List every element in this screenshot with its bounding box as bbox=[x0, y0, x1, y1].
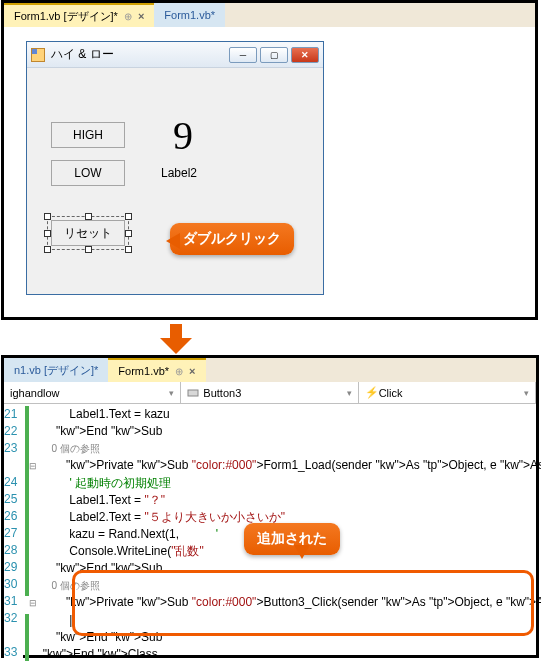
maximize-button[interactable]: ▢ bbox=[260, 47, 288, 63]
resize-handle[interactable] bbox=[85, 246, 92, 253]
tab-design[interactable]: n1.vb [デザイン]* bbox=[4, 358, 108, 382]
pin-icon: ⊕ bbox=[124, 11, 132, 22]
close-icon[interactable]: × bbox=[189, 365, 195, 377]
resize-handle[interactable] bbox=[125, 230, 132, 237]
chevron-down-icon: ▾ bbox=[347, 388, 352, 398]
tab-label: n1.vb [デザイン]* bbox=[14, 363, 98, 378]
app-icon bbox=[31, 48, 45, 62]
dropdown-bar: ighandlow▾ Button3▾ ⚡Click▾ bbox=[4, 382, 536, 404]
tab-code[interactable]: Form1.vb* bbox=[154, 3, 225, 27]
pin-icon: ⊕ bbox=[175, 366, 183, 377]
close-button[interactable]: ✕ bbox=[291, 47, 319, 63]
number-label: 9 bbox=[173, 112, 193, 159]
minimize-button[interactable]: ─ bbox=[229, 47, 257, 63]
tab-label: Form1.vb* bbox=[164, 9, 215, 21]
low-button[interactable]: LOW bbox=[51, 160, 125, 186]
scope-dropdown[interactable]: ighandlow▾ bbox=[4, 382, 181, 403]
line-numbers: 212223 242526272829303132 33343536 bbox=[4, 404, 23, 661]
winform-designer: ハイ & ロー ─ ▢ ✕ HIGH LOW 9 Label2 bbox=[26, 41, 324, 295]
window-title: ハイ & ロー bbox=[51, 46, 114, 63]
reset-button[interactable]: リセット bbox=[51, 220, 125, 246]
resize-handle[interactable] bbox=[44, 246, 51, 253]
tab-code[interactable]: Form1.vb* ⊕ × bbox=[108, 358, 205, 382]
tab-label: Form1.vb* bbox=[118, 365, 169, 377]
highlight-added bbox=[72, 570, 534, 636]
chevron-down-icon: ▾ bbox=[169, 388, 174, 398]
tab-bar: n1.vb [デザイン]* Form1.vb* ⊕ × bbox=[4, 358, 536, 382]
lightning-icon: ⚡ bbox=[365, 386, 379, 399]
arrow-down-icon bbox=[160, 324, 192, 354]
tab-design[interactable]: Form1.vb [デザイン]* ⊕ × bbox=[4, 3, 154, 27]
label2: Label2 bbox=[161, 166, 197, 180]
selection-box[interactable]: リセット bbox=[47, 216, 129, 250]
resize-handle[interactable] bbox=[44, 213, 51, 220]
resize-handle[interactable] bbox=[44, 230, 51, 237]
resize-handle[interactable] bbox=[85, 213, 92, 220]
tab-bar: Form1.vb [デザイン]* ⊕ × Form1.vb* bbox=[4, 3, 535, 27]
close-icon[interactable]: × bbox=[138, 10, 144, 22]
button-icon bbox=[187, 387, 199, 399]
high-button[interactable]: HIGH bbox=[51, 122, 125, 148]
resize-handle[interactable] bbox=[125, 213, 132, 220]
resize-handle[interactable] bbox=[125, 246, 132, 253]
callout-doubleclick: ダブルクリック bbox=[170, 223, 294, 255]
event-dropdown[interactable]: ⚡Click▾ bbox=[359, 382, 536, 403]
svg-rect-0 bbox=[188, 390, 198, 396]
callout-added: 追加された bbox=[244, 523, 340, 555]
tab-label: Form1.vb [デザイン]* bbox=[14, 9, 118, 24]
object-dropdown[interactable]: Button3▾ bbox=[181, 382, 358, 403]
chevron-down-icon: ▾ bbox=[524, 388, 529, 398]
window-titlebar: ハイ & ロー ─ ▢ ✕ bbox=[27, 42, 323, 68]
